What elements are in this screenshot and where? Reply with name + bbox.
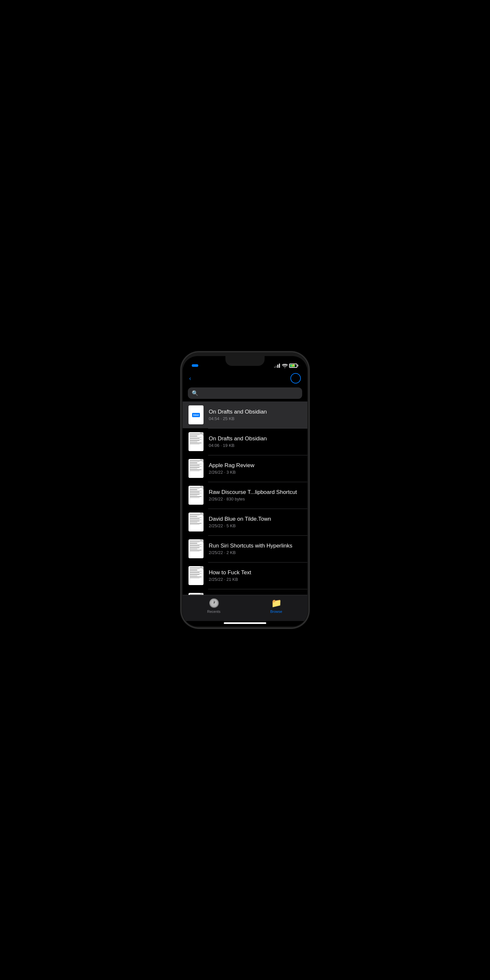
tab-browse[interactable]: 📁 Browse bbox=[245, 595, 307, 621]
doc-line bbox=[190, 572, 200, 573]
doc-line bbox=[190, 568, 202, 568]
battery-icon: ⚡ bbox=[289, 364, 298, 368]
list-item[interactable]: David Blue on Tilde.Town 2/25/22 · 5 KB bbox=[183, 509, 307, 535]
doc-line bbox=[190, 461, 200, 462]
doc-line bbox=[190, 570, 197, 570]
doc-line bbox=[190, 492, 200, 492]
doc-line bbox=[190, 444, 200, 445]
file-thumbnail bbox=[188, 458, 204, 479]
file-name: On Drafts and Obsidian bbox=[209, 436, 302, 442]
doc-file-icon bbox=[188, 486, 204, 505]
doc-line bbox=[190, 541, 202, 541]
list-item[interactable]: html On Drafts and Obsidian 04:54 · 25 K… bbox=[183, 401, 307, 428]
doc-line bbox=[190, 460, 202, 461]
file-meta: 2/26/22 · 3 KB bbox=[209, 470, 302, 475]
doc-line bbox=[190, 487, 202, 488]
search-icon: 🔍 bbox=[192, 390, 198, 396]
doc-line bbox=[190, 549, 197, 549]
notch bbox=[225, 356, 265, 366]
file-meta: 2/25/22 · 21 KB bbox=[209, 577, 302, 582]
file-info: On Drafts and Obsidian 04:54 · 25 KB bbox=[209, 409, 302, 421]
file-thumbnail: html bbox=[188, 405, 204, 425]
doc-line bbox=[190, 469, 202, 470]
navigation-bar: ‹ bbox=[183, 372, 307, 386]
doc-line bbox=[190, 519, 200, 519]
battery-body: ⚡ bbox=[289, 364, 297, 368]
status-icons: ⚡ bbox=[274, 363, 298, 368]
tab-bar: 🕐 Recents 📁 Browse bbox=[183, 595, 307, 621]
doc-file-icon bbox=[188, 593, 204, 595]
doc-line bbox=[190, 488, 200, 489]
signal-icon bbox=[274, 363, 280, 368]
doc-line bbox=[190, 577, 202, 577]
doc-line bbox=[190, 550, 202, 550]
list-item[interactable]: Raw Discourse T...lipboard Shortcut 2/26… bbox=[183, 482, 307, 509]
file-info: Raw Discourse T...lipboard Shortcut 2/26… bbox=[209, 489, 302, 501]
signal-bar-4 bbox=[279, 364, 280, 368]
battery-tip bbox=[298, 364, 298, 366]
file-thumbnail bbox=[188, 512, 204, 532]
doc-line bbox=[190, 439, 202, 440]
file-thumbnail bbox=[188, 539, 204, 559]
home-indicator bbox=[224, 622, 266, 624]
list-item[interactable]: Apple Rag Review 2/26/22 · 3 KB bbox=[183, 455, 307, 482]
doc-line bbox=[190, 574, 200, 575]
doc-line bbox=[190, 521, 200, 521]
list-item[interactable]: Town Help 2/22/22 · 2 KB bbox=[183, 589, 307, 595]
doc-line bbox=[190, 471, 200, 471]
doc-line bbox=[190, 522, 197, 523]
tab-label-recents: Recents bbox=[207, 609, 220, 614]
doc-line bbox=[190, 495, 197, 496]
doc-line bbox=[190, 464, 202, 465]
file-thumbnail bbox=[188, 431, 204, 452]
file-thumbnail bbox=[188, 485, 204, 505]
file-thumbnail bbox=[188, 592, 204, 595]
list-item[interactable]: How to Fuck Text 2/25/22 · 21 KB bbox=[183, 562, 307, 589]
doc-line bbox=[190, 494, 200, 495]
doc-line bbox=[190, 544, 202, 545]
doc-line bbox=[190, 516, 197, 517]
doc-line bbox=[190, 438, 200, 439]
list-item[interactable]: Run Siri Shortcuts with Hyperlinks 2/25/… bbox=[183, 535, 307, 562]
doc-line bbox=[190, 545, 200, 546]
doc-line bbox=[190, 489, 197, 490]
doc-lines bbox=[188, 512, 204, 526]
doc-line bbox=[190, 594, 202, 595]
file-meta: 2/25/22 · 5 KB bbox=[209, 523, 302, 528]
phone-frame: ⚡ ‹ 🔍 bbox=[181, 352, 309, 628]
doc-line bbox=[190, 433, 202, 434]
doc-file-icon bbox=[188, 539, 204, 558]
doc-line bbox=[190, 440, 200, 441]
wifi-icon bbox=[282, 364, 287, 368]
file-info: How to Fuck Text 2/25/22 · 21 KB bbox=[209, 570, 302, 582]
more-options-button[interactable] bbox=[290, 373, 301, 383]
doc-line bbox=[190, 498, 200, 498]
file-name: How to Fuck Text bbox=[209, 570, 302, 576]
doc-file-icon bbox=[188, 459, 204, 478]
doc-line bbox=[190, 576, 197, 576]
doc-line bbox=[190, 573, 202, 574]
file-meta: 04:06 · 19 KB bbox=[209, 443, 302, 448]
doc-line bbox=[190, 517, 202, 518]
tab-recents[interactable]: 🕐 Recents bbox=[183, 595, 245, 621]
browse-icon: 📁 bbox=[271, 598, 282, 608]
doc-line bbox=[190, 496, 202, 497]
file-meta: 2/26/22 · 830 bytes bbox=[209, 496, 302, 501]
doc-line bbox=[190, 543, 197, 544]
doc-line bbox=[190, 467, 200, 468]
file-meta: 2/25/22 · 2 KB bbox=[209, 550, 302, 555]
doc-lines bbox=[188, 459, 204, 473]
doc-line bbox=[190, 542, 200, 542]
doc-lines bbox=[188, 566, 204, 579]
back-button[interactable]: ‹ bbox=[189, 375, 192, 382]
html-file-icon: html bbox=[188, 406, 204, 424]
list-item[interactable]: On Drafts and Obsidian 04:06 · 19 KB bbox=[183, 428, 307, 455]
doc-line bbox=[190, 571, 202, 572]
doc-line bbox=[190, 465, 200, 466]
doc-file-icon bbox=[188, 432, 204, 451]
file-list: html On Drafts and Obsidian 04:54 · 25 K… bbox=[183, 401, 307, 595]
search-bar[interactable]: 🔍 bbox=[188, 387, 302, 399]
file-info: David Blue on Tilde.Town 2/25/22 · 5 KB bbox=[209, 516, 302, 528]
file-info: On Drafts and Obsidian 04:06 · 19 KB bbox=[209, 436, 302, 448]
doc-line bbox=[190, 442, 197, 442]
